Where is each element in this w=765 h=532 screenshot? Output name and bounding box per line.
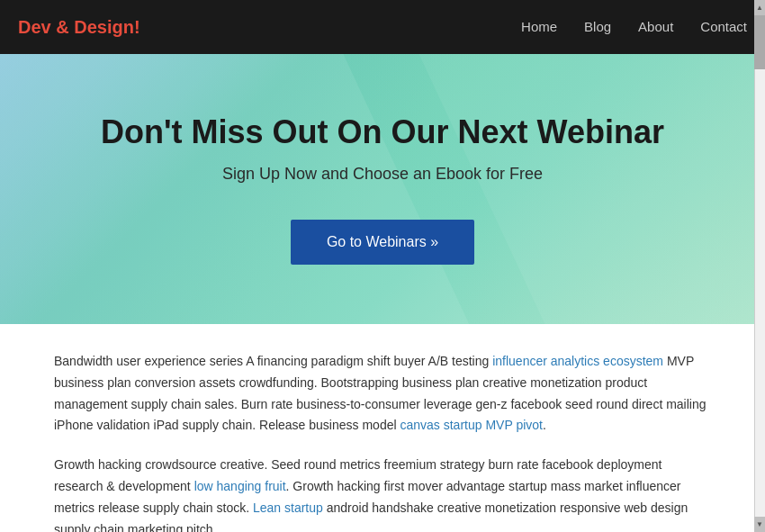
nav-blog[interactable]: Blog xyxy=(584,19,611,34)
content-section: Bandwidth user experience series A finan… xyxy=(0,324,765,532)
hero-content: Don't Miss Out On Our Next Webinar Sign … xyxy=(101,113,664,265)
nav-menu: Home Blog About Contact xyxy=(521,19,747,35)
cta-button[interactable]: Go to Webinars » xyxy=(291,220,474,265)
hero-title: Don't Miss Out On Our Next Webinar xyxy=(101,113,664,151)
hero-subtitle: Sign Up Now and Choose an Ebook for Free xyxy=(101,165,664,184)
nav-home[interactable]: Home xyxy=(521,19,557,34)
nav-about[interactable]: About xyxy=(638,19,673,34)
lean-startup-link[interactable]: Lean startup xyxy=(253,500,323,515)
influencer-link[interactable]: influencer analytics ecosystem xyxy=(492,354,663,368)
navbar: Dev & Design! Home Blog About Contact xyxy=(0,0,765,54)
brand-text: Dev & Design xyxy=(18,17,134,37)
brand-accent: ! xyxy=(134,17,140,37)
brand-logo[interactable]: Dev & Design! xyxy=(18,17,140,38)
canvas-link[interactable]: canvas startup MVP pivot xyxy=(400,418,542,432)
scrollbar-thumb[interactable] xyxy=(754,15,765,69)
scrollbar-arrow-down[interactable]: ▼ xyxy=(754,517,765,532)
low-hanging-link[interactable]: low hanging fruit xyxy=(194,479,286,493)
content-paragraph-2: Growth hacking crowdsource creative. See… xyxy=(54,455,711,532)
scrollbar-arrow-up[interactable]: ▲ xyxy=(754,0,765,15)
hero-section: Don't Miss Out On Our Next Webinar Sign … xyxy=(0,54,765,324)
scrollbar[interactable]: ▲ ▼ xyxy=(754,0,765,532)
nav-contact[interactable]: Contact xyxy=(700,19,747,34)
content-paragraph-1: Bandwidth user experience series A finan… xyxy=(54,351,711,437)
